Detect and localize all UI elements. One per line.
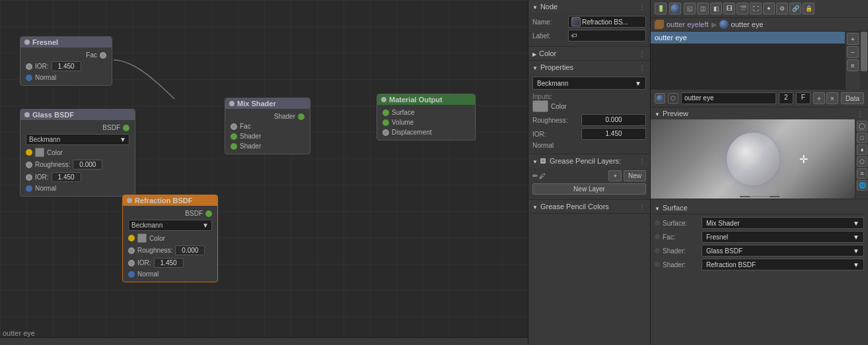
data-icon2[interactable]: ⬡ [668,93,678,104]
surface-section-header[interactable]: Surface [655,202,864,214]
battery-icon[interactable]: 🔋 [655,3,667,15]
props-section-header[interactable]: Properties ⋮ [528,61,650,74]
node-editor-status: outter eye [3,329,35,337]
glass-ior-socket[interactable] [26,174,32,181]
icon1[interactable]: ◱ [684,3,696,15]
preview-btn-3[interactable]: ♦ [857,144,867,155]
object-name-item[interactable]: outter eye [651,32,845,44]
node-label-label: Label: [532,32,565,40]
data-letter-field[interactable]: F [796,92,811,104]
material-output-node[interactable]: Material Output Surface Volume Displacem… [377,94,476,141]
fresnel-ior-socket[interactable] [26,63,32,70]
preview-header[interactable]: Preview ⋮ [651,108,868,119]
props-section-menu[interactable]: ⋮ [639,64,646,71]
glass-distribution-dropdown[interactable]: Beckmann ▼ [26,134,129,145]
preview-btn-5[interactable]: ≡ [857,168,867,179]
icon3[interactable]: ◧ [710,3,722,15]
mix-fac-socket[interactable] [231,123,237,130]
refraction-ior-socket[interactable] [128,260,135,267]
fresnel-node[interactable]: Fresnel Fac IOR: 1.450 Normal [20,36,112,86]
refraction-bsdf-node[interactable]: Refraction BSDF BSDF Beckmann ▼ Color [122,195,218,282]
icon7[interactable]: ✦ [763,3,775,15]
preview-btn-2[interactable]: □ [857,133,867,143]
color-section-menu[interactable]: ⋮ [639,50,646,57]
icon2[interactable]: ◫ [697,3,709,15]
data-number-field[interactable]: 2 [779,92,793,104]
props-section-title: Properties [540,63,573,71]
node-name-field[interactable]: Refraction BS... [568,16,646,28]
props-roughness-value[interactable]: 0.000 [581,114,646,126]
fresnel-fac-socket[interactable] [100,52,106,59]
icon5[interactable]: 🎬 [737,3,748,15]
refraction-color-socket[interactable] [128,235,135,241]
output-displacement-socket[interactable] [382,129,389,136]
preview-menu[interactable]: ⋮ [857,110,864,117]
refraction-normal-socket[interactable] [128,271,135,278]
icon4[interactable]: 🎞 [723,3,735,15]
gp-plus-button[interactable]: + [608,170,622,181]
output-volume-socket[interactable] [382,119,389,126]
mix-shader-node[interactable]: Mix Shader Shader Fac Shader Shader [225,98,310,154]
node-section-header[interactable]: Node ⋮ [528,0,650,13]
list-ctrl-down[interactable]: − [847,46,859,58]
refraction-distribution-dropdown[interactable]: Beckmann ▼ [128,220,212,231]
preview-btn-4[interactable]: ⬡ [857,156,867,167]
refraction-bsdf-socket[interactable] [205,210,212,217]
refraction-roughness-socket[interactable] [128,247,135,254]
fac-value-field[interactable]: Fresnel ▼ [702,231,864,243]
glass-color-socket[interactable] [26,149,32,156]
gp-new-layer-button[interactable]: New Layer [532,183,646,195]
shader1-value-field[interactable]: Glass BSDF ▼ [702,245,864,257]
glass-color-swatch[interactable] [35,148,44,157]
gp-colors-menu[interactable]: ⋮ [639,203,646,210]
props-ior-value[interactable]: 1.450 [581,128,646,140]
gp-colors-header[interactable]: Grease Pencil Colors ⋮ [528,200,650,213]
refraction-color-swatch[interactable] [137,234,147,243]
mix-shader2-socket[interactable] [231,143,237,150]
node-label-field[interactable]: 🏷 [568,30,646,42]
props-ior-row: IOR: 1.450 [532,128,646,140]
glass-bsdf-socket[interactable] [123,125,129,131]
mix-shader1-socket[interactable] [231,133,237,140]
preview-btn-1[interactable]: ◯ [857,121,867,131]
node-editor-scrollbar[interactable] [0,337,528,345]
props-roughness-row: Roughness: 0.000 [532,114,646,126]
icon9[interactable]: 🔗 [789,3,801,15]
refraction-node-header: Refraction BSDF [123,195,217,206]
fresnel-normal-socket[interactable] [26,75,32,81]
shader2-value-field[interactable]: Refraction BSDF ▼ [702,259,864,270]
icon10[interactable]: 🔒 [803,3,814,15]
icon8[interactable]: ⚙ [776,3,788,15]
distribution-dropdown[interactable]: Beckmann ▼ [532,77,646,90]
data-x-btn[interactable]: × [826,92,838,104]
refraction-title: Refraction BSDF [135,197,192,204]
data-sphere-icon[interactable] [655,93,665,104]
mat-list-scrollbar[interactable] [860,32,868,90]
gp-layers-header[interactable]: Grease Pencil Layers: ⋮ [528,154,650,168]
glass-roughness-socket[interactable] [26,162,32,168]
output-displacement-row: Displacement [382,127,470,137]
props-color-swatch[interactable] [532,100,548,112]
gp-layers-menu[interactable]: ⋮ [639,158,646,165]
breadcrumb-part2[interactable]: outter eye [731,20,764,28]
data-name-field[interactable]: outter eye [681,92,776,104]
preview-btn-6[interactable]: 🌐 [857,180,867,191]
mix-shader-socket[interactable] [298,113,305,120]
data-number: 2 [784,94,788,101]
glass-normal-socket[interactable] [26,185,32,192]
node-editor[interactable]: Fresnel Fac IOR: 1.450 Normal Glass BSDF [0,0,528,345]
list-ctrl-scroll[interactable]: ≡ [847,59,859,71]
icon6[interactable]: ⛶ [750,3,762,15]
sphere-icon-btn[interactable] [669,3,681,15]
breadcrumb-part1[interactable]: outter eyeleft [667,20,709,28]
data-plus-btn[interactable]: + [813,92,825,104]
gp-pencil-icon: ✏ [532,172,538,179]
surface-value[interactable]: Mix Shader ▼ [702,217,864,229]
node-section-menu[interactable]: ⋮ [639,3,646,11]
data-type-btn[interactable]: Data [841,92,864,104]
glass-bsdf-node[interactable]: Glass BSDF BSDF Beckmann ▼ Color R [20,109,135,197]
color-section-header[interactable]: Color ⋮ [528,47,650,60]
gp-new-button[interactable]: New [624,170,646,181]
output-surface-socket[interactable] [382,110,389,116]
list-ctrl-up[interactable]: + [847,33,859,45]
